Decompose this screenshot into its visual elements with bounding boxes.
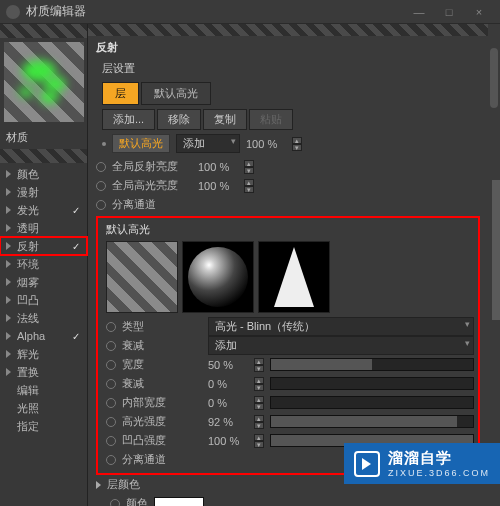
layer-opacity-value[interactable]: 100 % bbox=[246, 138, 290, 150]
channel-颜色[interactable]: 颜色 bbox=[0, 165, 87, 183]
default-specular-panel: 默认高光 类型高光 - Blinn（传统）衰减添加宽度50 %▴▾衰减0 %▴▾… bbox=[96, 216, 480, 475]
channel-环境[interactable]: 环境 bbox=[0, 255, 87, 273]
global-reflection-spinner[interactable]: ▴▾ bbox=[244, 160, 254, 174]
color-swatch[interactable] bbox=[154, 497, 204, 507]
channel-checkbox[interactable]: ✓ bbox=[71, 331, 81, 341]
layer-thumb-curve[interactable] bbox=[258, 241, 330, 313]
param-radio[interactable] bbox=[106, 398, 116, 408]
param-select[interactable]: 添加 bbox=[208, 336, 474, 355]
layer-thumb-sphere[interactable] bbox=[182, 241, 254, 313]
param-label: 内部宽度 bbox=[122, 395, 202, 410]
radio-global-reflection[interactable] bbox=[96, 162, 106, 172]
param-spinner[interactable]: ▴▾ bbox=[254, 358, 264, 372]
channel-checkbox[interactable] bbox=[71, 187, 81, 197]
param-spinner[interactable]: ▴▾ bbox=[254, 377, 264, 391]
sidebar-hatch bbox=[0, 24, 87, 38]
radio-separate-pass[interactable] bbox=[96, 200, 106, 210]
channel-透明[interactable]: 透明 bbox=[0, 219, 87, 237]
app-icon bbox=[6, 5, 20, 19]
param-slider[interactable] bbox=[270, 415, 474, 428]
param-spinner[interactable]: ▴▾ bbox=[254, 434, 264, 448]
remove-button[interactable]: 移除 bbox=[157, 109, 201, 130]
close-button[interactable]: × bbox=[464, 6, 494, 18]
channel-checkbox[interactable]: ✓ bbox=[71, 241, 81, 251]
param-value[interactable]: 50 % bbox=[208, 359, 252, 371]
param-radio[interactable] bbox=[106, 360, 116, 370]
channel-Alpha[interactable]: Alpha✓ bbox=[0, 327, 87, 345]
expand-icon[interactable] bbox=[96, 481, 101, 489]
param-value[interactable]: 100 % bbox=[208, 435, 252, 447]
minimize-button[interactable]: — bbox=[404, 6, 434, 18]
param-spinner[interactable]: ▴▾ bbox=[254, 415, 264, 429]
param-label: 衰减 bbox=[122, 376, 202, 391]
channel-checkbox[interactable] bbox=[71, 421, 81, 431]
global-reflection-value[interactable]: 100 % bbox=[198, 161, 242, 173]
maximize-button[interactable]: □ bbox=[434, 6, 464, 18]
tab-default-specular[interactable]: 默认高光 bbox=[141, 82, 211, 105]
param-radio[interactable] bbox=[106, 417, 116, 427]
param-label: 宽度 bbox=[122, 357, 202, 372]
param-radio[interactable] bbox=[106, 379, 116, 389]
channel-checkbox[interactable] bbox=[71, 403, 81, 413]
channel-发光[interactable]: 发光✓ bbox=[0, 201, 87, 219]
bullet-icon bbox=[102, 142, 106, 146]
param-value[interactable]: 0 % bbox=[208, 378, 252, 390]
channel-漫射[interactable]: 漫射 bbox=[0, 183, 87, 201]
channel-checkbox[interactable] bbox=[71, 349, 81, 359]
radio-global-specular[interactable] bbox=[96, 181, 106, 191]
panel-separate-label: 分离通道 bbox=[122, 452, 166, 467]
param-radio[interactable] bbox=[106, 436, 116, 446]
content-hatch bbox=[88, 24, 488, 36]
layer-thumb-hatch[interactable] bbox=[106, 241, 178, 313]
global-specular-spinner[interactable]: ▴▾ bbox=[244, 179, 254, 193]
material-preview[interactable] bbox=[4, 42, 84, 122]
radio-panel-separate[interactable] bbox=[106, 455, 116, 465]
channel-checkbox[interactable] bbox=[71, 367, 81, 377]
param-slider[interactable] bbox=[270, 396, 474, 409]
channel-checkbox[interactable] bbox=[71, 295, 81, 305]
channel-checkbox[interactable] bbox=[71, 223, 81, 233]
scrollbar[interactable] bbox=[490, 48, 498, 108]
layer-name[interactable]: 默认高光 bbox=[112, 134, 170, 153]
channel-辉光[interactable]: 辉光 bbox=[0, 345, 87, 363]
channel-编辑[interactable]: 编辑 bbox=[0, 381, 87, 399]
radio-color[interactable] bbox=[110, 499, 120, 507]
param-slider[interactable] bbox=[270, 377, 474, 390]
channel-置换[interactable]: 置换 bbox=[0, 363, 87, 381]
channel-label: 颜色 bbox=[17, 167, 65, 182]
channel-反射[interactable]: 反射✓ bbox=[0, 237, 87, 255]
channel-label: 环境 bbox=[17, 257, 65, 272]
channel-checkbox[interactable]: ✓ bbox=[71, 205, 81, 215]
param-spinner[interactable]: ▴▾ bbox=[254, 396, 264, 410]
param-value[interactable]: 0 % bbox=[208, 397, 252, 409]
channel-checkbox[interactable] bbox=[71, 277, 81, 287]
channel-label: 置换 bbox=[17, 365, 65, 380]
param-radio[interactable] bbox=[106, 341, 116, 351]
tab-layer[interactable]: 层 bbox=[102, 82, 139, 105]
add-button[interactable]: 添加... bbox=[102, 109, 155, 130]
channel-指定[interactable]: 指定 bbox=[0, 417, 87, 435]
param-slider[interactable] bbox=[270, 358, 474, 371]
channel-凹凸[interactable]: 凹凸 bbox=[0, 291, 87, 309]
channel-label: 指定 bbox=[17, 419, 65, 434]
channel-光照[interactable]: 光照 bbox=[0, 399, 87, 417]
layer-opacity-spinner[interactable]: ▴▾ bbox=[292, 137, 302, 151]
copy-button[interactable]: 复制 bbox=[203, 109, 247, 130]
param-select[interactable]: 高光 - Blinn（传统） bbox=[208, 317, 474, 336]
expand-icon bbox=[6, 170, 11, 178]
watermark-url: ZIXUE.3D66.COM bbox=[388, 468, 490, 478]
channel-法线[interactable]: 法线 bbox=[0, 309, 87, 327]
blend-mode-select[interactable]: 添加 bbox=[176, 134, 240, 153]
expand-icon bbox=[6, 332, 11, 340]
channel-烟雾[interactable]: 烟雾 bbox=[0, 273, 87, 291]
sidebar-material-label[interactable]: 材质 bbox=[0, 126, 87, 149]
paste-button[interactable]: 粘贴 bbox=[249, 109, 293, 130]
global-specular-value[interactable]: 100 % bbox=[198, 180, 242, 192]
channel-checkbox[interactable] bbox=[71, 169, 81, 179]
param-value[interactable]: 92 % bbox=[208, 416, 252, 428]
channel-checkbox[interactable] bbox=[71, 313, 81, 323]
channel-checkbox[interactable] bbox=[71, 259, 81, 269]
channel-checkbox[interactable] bbox=[71, 385, 81, 395]
param-radio[interactable] bbox=[106, 322, 116, 332]
layer-color-label[interactable]: 层颜色 bbox=[107, 477, 140, 492]
